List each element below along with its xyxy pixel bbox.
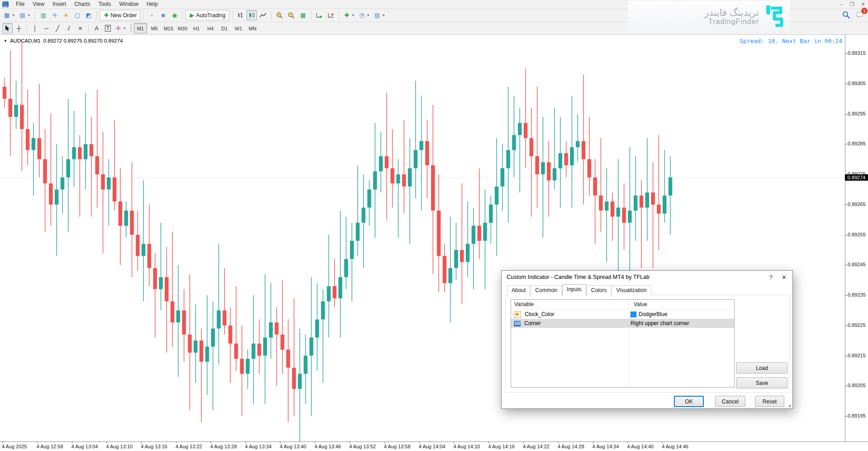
close-icon[interactable]: ✕ [860,0,866,8]
time-axis-label: 4 Aug 14:10 [453,444,480,449]
timeframe-h4[interactable]: H4 [204,23,217,34]
menu-charts[interactable]: Charts [70,0,94,9]
timeframe-w1[interactable]: W1 [232,23,245,34]
tab-visualization[interactable]: Visualization [612,285,651,297]
menu-help[interactable]: Help [142,0,162,9]
chart-title: ▼ AUDCAD,M1 0.89272 0.89275 0.89270 0.89… [4,38,123,43]
terminal-button[interactable]: ▢ [72,10,82,20]
chevron-down-icon[interactable]: ▼ [12,14,15,17]
text-button[interactable]: A [91,23,102,34]
profiles-button[interactable]: ▤▼ [18,10,32,20]
line-chart-button[interactable] [258,10,268,20]
inputs-table[interactable]: Variable Value Clock_ColorDodgerBlue123C… [511,299,735,388]
tradingfinder-watermark: تریدینگ فایندر TradingFinder [628,1,790,32]
tab-about[interactable]: About [507,285,530,297]
periods-button[interactable]: ◷▼ [357,10,371,20]
timeframe-mn[interactable]: MN [246,23,259,34]
price-axis-tick [845,326,847,326]
community-icon: ☻ [160,12,166,18]
community-button[interactable]: ☻ [158,10,168,20]
tile-windows-button[interactable]: ▦ [298,10,308,20]
timeframe-m1[interactable]: M1 [134,23,147,34]
price-axis-label: 0.89295 [848,111,866,116]
templates-button[interactable]: ▨▼ [372,10,387,20]
menu-view[interactable]: View [28,0,48,9]
save-button[interactable]: Save [736,377,787,389]
toolbar-grip[interactable] [130,24,132,33]
tab-common[interactable]: Common [531,285,562,297]
price-axis-label: 0.89215 [848,353,866,358]
metaeditor-button[interactable]: ⬩ [147,10,157,20]
dialog-help-button[interactable]: ? [769,274,773,281]
chat-icon[interactable]: 1 [856,11,864,19]
timeframe-h1[interactable]: H1 [190,23,203,34]
channel-icon: ⫽ [68,25,71,31]
new-chart-button[interactable]: ▦▼ [2,10,17,20]
price-axis-tick [845,235,847,235]
chevron-down-icon[interactable]: ▼ [382,14,385,17]
autotrading-button[interactable]: ▶AutoTrading [185,10,229,20]
chart-shift-button[interactable] [326,10,337,20]
new-order-label: New Order [110,12,137,19]
table-row[interactable]: 123CornerRight upper chart corner [511,319,734,328]
label-button[interactable]: T [103,23,113,34]
new-order-button[interactable]: ✚New Order [100,10,141,20]
cursor-button[interactable] [2,23,13,34]
search-icon[interactable] [842,11,850,19]
bar-chart-button[interactable] [235,10,246,20]
restore-icon[interactable]: ❐ [849,0,855,8]
tab-colors[interactable]: Colors [587,285,612,297]
time-axis[interactable]: 4 Aug 20254 Aug 12:584 Aug 13:044 Aug 13… [0,441,868,451]
price-axis-line [845,35,845,441]
chevron-down-icon[interactable]: ▼ [367,14,370,17]
menu-window[interactable]: Window [115,0,143,9]
auto-scroll-button[interactable] [314,10,325,20]
fibonacci-button[interactable]: ≡ [75,23,85,34]
arrows-button[interactable]: ✢▼ [114,23,128,34]
zoom-out-button[interactable] [286,10,297,20]
vertical-line-button[interactable]: │ [30,23,40,34]
tab-inputs[interactable]: Inputs [562,284,586,296]
horizontal-line-button[interactable]: ─ [41,23,52,34]
menu-tools[interactable]: Tools [95,0,115,9]
candlestick-button[interactable] [247,10,257,20]
dialog-close-icon[interactable]: ✕ [782,274,787,281]
minimize-icon[interactable]: – [838,0,844,8]
trendline-button[interactable]: ╱ [52,23,63,34]
chart-title-arrow-icon[interactable]: ▼ [4,39,7,43]
chevron-down-icon[interactable]: ▼ [351,14,355,17]
cancel-button[interactable]: Cancel [715,396,745,407]
cursor-icon [5,25,10,32]
chevron-down-icon[interactable]: ▼ [28,14,31,17]
indicators-button[interactable]: ✚▼ [342,10,356,20]
crosshair-icon: ┼ [17,25,21,31]
zoom-in-icon [276,12,283,19]
menu-insert[interactable]: Insert [48,0,70,9]
load-button[interactable]: Load [736,362,787,374]
news-button[interactable]: ◉ [169,10,180,20]
channel-button[interactable]: ⫽ [64,23,74,34]
price-axis-label: 0.89285 [848,141,866,146]
timeframe-m30[interactable]: M30 [176,23,189,34]
time-axis-tick [558,442,559,443]
zoom-in-button[interactable] [274,10,285,20]
time-axis-label: 4 Aug 2025 [2,444,27,449]
dialog-title: Custom Indicator - Candle Time & Spread … [502,271,792,283]
data-window-button[interactable]: ✛ [49,10,60,20]
resize-grip[interactable]: ◢ [788,404,792,408]
strategy-tester-button[interactable]: ◩ [83,10,94,20]
price-axis-label: 0.89255 [848,232,866,237]
timeframe-m15[interactable]: M15 [162,23,175,34]
timeframe-m5[interactable]: M5 [148,23,161,34]
timeframe-d1[interactable]: D1 [218,23,231,34]
crosshair-button[interactable]: ┼ [14,23,24,34]
market-watch-button[interactable]: ▥ [38,10,48,20]
ok-button[interactable]: OK [674,396,704,407]
chevron-down-icon[interactable]: ▼ [123,27,126,30]
time-axis-label: 4 Aug 13:22 [175,444,202,449]
price-axis-tick [845,386,847,386]
navigator-button[interactable]: ★ [61,10,71,20]
menu-file[interactable]: File [12,0,28,9]
table-row[interactable]: Clock_ColorDodgerBlue [511,310,734,319]
reset-button[interactable]: Reset [755,396,784,407]
